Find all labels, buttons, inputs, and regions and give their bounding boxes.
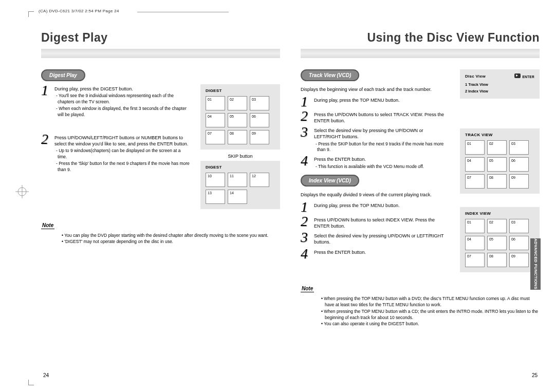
- page-title: Using the Disc View Function: [301, 31, 540, 45]
- grid-cell: 09: [509, 253, 529, 267]
- grid-cell: 04: [465, 157, 485, 172]
- grid-cell: 11: [228, 173, 247, 187]
- grid-cell: 10: [206, 173, 225, 187]
- grid-cell: 05: [487, 157, 507, 172]
- menu-line: 2 Index View: [465, 89, 534, 94]
- section-pill-digest: Digest Play: [41, 69, 85, 81]
- step-number: 2: [41, 133, 51, 173]
- section-intro: Displays the equally divided 9 views of …: [301, 192, 450, 198]
- step-text: Press the ENTER button.: [314, 248, 366, 260]
- note-item: You can play the DVD player starting wit…: [65, 232, 280, 238]
- step-text: During play, press the TOP MENU button.: [314, 201, 399, 213]
- grid-cell: 07: [465, 253, 485, 267]
- step-text: Select the desired view by pressing UP/D…: [314, 231, 450, 245]
- step-number: 3: [301, 126, 311, 153]
- step-text: During play, press the DIGEST button.: [54, 86, 133, 91]
- grid-cell: 14: [228, 190, 247, 204]
- grid-cell: 01: [206, 96, 225, 110]
- step-text: Press the ENTER button.: [314, 157, 366, 162]
- grid-cell: 01: [465, 219, 485, 233]
- note-item: You can also operate it using the DIGEST…: [325, 321, 540, 327]
- step-text: Press UP/DOWN buttons to select INDEX VI…: [314, 215, 450, 229]
- grid-cell: 12: [250, 173, 269, 187]
- step-subpoint: Press the SKIP button for the next 9 tra…: [317, 141, 450, 153]
- page-left: Digest Play Digest Play 1 During play, p…: [41, 31, 280, 380]
- grid-cell: 05: [228, 113, 247, 127]
- page-title: Digest Play: [41, 31, 280, 45]
- step-text: Press UP/DOWN/LEFT/RIGHT buttons or NUMB…: [54, 135, 188, 146]
- disc-view-menu-box: Disc View ENTER 1 Track View 2 Index Vie…: [460, 69, 540, 99]
- title-rule: [301, 49, 540, 58]
- enter-label: ENTER: [522, 75, 534, 79]
- grid-cell: 02: [228, 96, 247, 110]
- box-caption: Disc View: [465, 74, 486, 79]
- page-right: Using the Disc View Function Track View …: [301, 31, 540, 380]
- step-number: 4: [301, 155, 311, 170]
- box-caption: DIGEST: [206, 165, 275, 170]
- grid-cell: 02: [487, 140, 507, 155]
- box-caption: DIGEST: [206, 88, 275, 93]
- step-number: 1: [301, 96, 311, 108]
- side-tab-advanced: ADVANCED FUNCTIONS: [530, 238, 541, 290]
- step-number: 3: [301, 231, 311, 245]
- grid-cell: 02: [487, 219, 507, 233]
- step-subpoint: Up to 9 windows(chapters) can be display…: [58, 148, 190, 160]
- step-subpoint: When each window is displayed, the first…: [58, 106, 190, 118]
- play-icon: [514, 73, 521, 78]
- grid-cell: 08: [487, 174, 507, 189]
- digest-grid-box: DIGEST 010203040506070809: [200, 84, 280, 150]
- section-intro: Displays the beginning view of each trac…: [301, 86, 450, 92]
- section-pill-indexview: Index View (VCD): [301, 175, 359, 186]
- section-pill-trackview: Track View (VCD): [301, 69, 359, 81]
- note-item: When pressing the TOP MENU button with a…: [325, 308, 540, 321]
- step-subpoint: You'll see the 9 individual windows repr…: [58, 93, 190, 105]
- step-text: Press the UP/DOWN buttons to select TRAC…: [314, 110, 450, 124]
- grid-cell: 08: [487, 253, 507, 267]
- digest-grid: 010203040506070809: [206, 96, 275, 144]
- skip-button-label: SKIP button: [200, 154, 280, 159]
- step-number: 4: [301, 248, 311, 260]
- step-subpoint: Press the 'Skip' button for the next 9 c…: [58, 161, 190, 173]
- grid-cell: 06: [250, 113, 269, 127]
- box-caption: TRACK VIEW: [465, 133, 534, 137]
- digest-grid-box-2: DIGEST 1011121314: [200, 161, 280, 209]
- grid-cell: 03: [509, 219, 529, 233]
- grid-cell: 13: [206, 190, 225, 204]
- index-view-box: INDEX VIEW 010203040506070809: [460, 207, 540, 272]
- grid-cell: 06: [509, 236, 529, 250]
- note-item: 'DIGEST' may not operate depending on th…: [65, 238, 280, 245]
- track-view-grid: 010203040506070809: [465, 140, 534, 189]
- step-number: 1: [301, 201, 311, 213]
- step-number: 1: [41, 84, 51, 118]
- header-rule: [137, 12, 229, 12]
- note-list: You can play the DVD player starting wit…: [41, 232, 280, 245]
- box-caption: INDEX VIEW: [465, 211, 534, 216]
- index-view-grid: 010203040506070809: [465, 219, 534, 267]
- grid-cell: 09: [509, 174, 529, 189]
- track-view-box: TRACK VIEW 010203040506070809: [460, 128, 540, 194]
- step-subpoint: This function is available with the VCD …: [317, 164, 424, 170]
- grid-cell: 06: [509, 157, 529, 172]
- title-rule: [41, 49, 280, 58]
- grid-cell: 07: [206, 130, 225, 144]
- grid-cell: 04: [206, 113, 225, 127]
- grid-cell: 08: [228, 130, 247, 144]
- page-meta-header: (CA) DVD-C621 3/7/02 2:54 PM Page 24: [39, 9, 119, 13]
- page-number: 25: [532, 372, 538, 378]
- digest-grid: 1011121314: [206, 173, 275, 204]
- step-number: 2: [301, 110, 311, 124]
- note-heading: Note: [301, 286, 314, 292]
- page-number: 24: [43, 372, 49, 378]
- crop-mark: [28, 11, 34, 17]
- step-text: During play, press the TOP MENU button.: [314, 96, 399, 108]
- step-number: 2: [301, 215, 311, 229]
- grid-cell: 04: [465, 236, 485, 250]
- menu-line: 1 Track View: [465, 82, 534, 87]
- note-list: When pressing the TOP MENU button with a…: [301, 295, 540, 327]
- step-text: Select the desired view by pressing the …: [314, 128, 423, 139]
- grid-cell: 03: [509, 140, 529, 155]
- grid-cell: 03: [250, 96, 269, 110]
- grid-cell: 05: [487, 236, 507, 250]
- grid-cell: 01: [465, 140, 485, 155]
- crop-mark: [28, 380, 34, 385]
